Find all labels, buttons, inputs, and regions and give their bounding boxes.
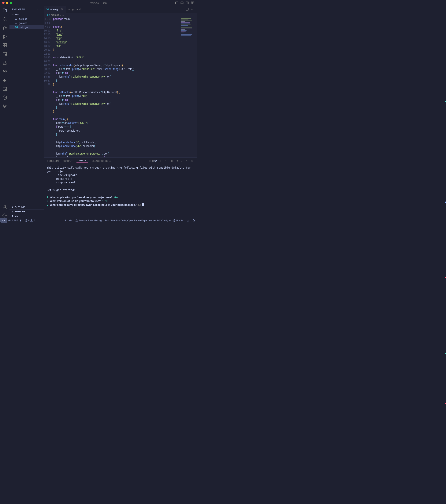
panel-toggle-icon[interactable] xyxy=(180,1,184,4)
remote-explorer-icon[interactable] xyxy=(2,52,7,56)
svg-point-33 xyxy=(4,215,5,216)
accounts-icon[interactable] xyxy=(2,204,7,209)
svg-rect-19 xyxy=(3,46,4,47)
svg-point-12 xyxy=(3,26,4,27)
search-icon[interactable] xyxy=(2,17,7,22)
remote-button[interactable] xyxy=(0,218,7,223)
svg-point-14 xyxy=(5,27,6,28)
minimap[interactable] xyxy=(181,18,196,48)
file-go.sum[interactable]: go.sum xyxy=(9,21,44,25)
svg-rect-9 xyxy=(193,3,194,4)
settings-icon[interactable] xyxy=(2,213,7,218)
layout-icon[interactable] xyxy=(175,1,178,4)
language-status[interactable]: Go xyxy=(68,219,74,222)
terminal-dropdown-icon[interactable] xyxy=(165,160,168,162)
svg-point-13 xyxy=(3,29,4,30)
panel-tab-output[interactable]: OUTPUT xyxy=(63,160,73,162)
window-minimize-button[interactable] xyxy=(6,2,8,4)
window-close-button[interactable] xyxy=(2,2,4,4)
svg-rect-4 xyxy=(186,2,189,4)
source-control-icon[interactable] xyxy=(2,25,7,30)
run-debug-icon[interactable] xyxy=(2,34,7,39)
explorer-icon[interactable] xyxy=(2,8,7,13)
maximize-panel-icon[interactable] xyxy=(185,160,188,162)
panel-more-icon[interactable]: ··· xyxy=(180,160,183,162)
svg-point-10 xyxy=(3,18,6,20)
terminal-icon[interactable] xyxy=(2,87,7,91)
svg-rect-27 xyxy=(4,79,4,80)
go-section[interactable]: GO xyxy=(9,214,44,218)
breadcrumb-more[interactable]: ... xyxy=(62,14,64,16)
explorer-title: EXPLORER xyxy=(12,8,25,10)
panel-tab-problems[interactable]: PROBLEMS xyxy=(47,160,59,162)
svg-rect-18 xyxy=(5,43,7,45)
eol-status[interactable]: LF xyxy=(62,219,68,222)
breadcrumb-file-icon: GO xyxy=(47,14,50,16)
customize-layout-icon[interactable] xyxy=(191,1,194,4)
svg-marker-30 xyxy=(3,96,7,100)
tab-more-icon[interactable]: ··· xyxy=(191,8,195,11)
kubernetes-icon[interactable] xyxy=(2,95,7,100)
svg-rect-21 xyxy=(3,52,7,55)
gitlab-icon[interactable] xyxy=(2,104,7,109)
breadcrumb-sep: › xyxy=(60,14,61,16)
svg-rect-7 xyxy=(193,2,194,3)
breadcrumb-file[interactable]: main.go xyxy=(51,14,59,16)
code-editor[interactable]: 1 2 3 4 5 6 7 8 9 10 11 12 13 14 15 16 1… xyxy=(44,17,197,157)
svg-rect-25 xyxy=(4,80,4,80)
outline-section[interactable]: OUTLINE xyxy=(9,205,44,209)
panel-tab-debug-console[interactable]: DEBUG CONSOLE xyxy=(92,160,111,162)
testing-icon[interactable] xyxy=(2,60,7,65)
feedback-icon[interactable] xyxy=(185,219,191,222)
svg-point-60 xyxy=(187,220,188,221)
analysis-warning[interactable]: Analysis Tools Missing xyxy=(74,219,103,222)
split-terminal-icon[interactable] xyxy=(170,160,173,162)
prettier-status[interactable]: Prettier xyxy=(171,219,185,222)
svg-point-61 xyxy=(188,220,189,221)
file-go.mod[interactable]: go.mod xyxy=(9,17,44,21)
window-title: main.go — app xyxy=(90,1,107,4)
svg-line-59 xyxy=(174,220,175,221)
close-tab-icon[interactable] xyxy=(61,8,63,11)
svg-rect-20 xyxy=(5,46,7,47)
timeline-section[interactable]: TIMELINE xyxy=(9,209,44,214)
snyk-status[interactable]: Snyk Security - Code, Open Source Depend… xyxy=(103,219,171,222)
svg-point-31 xyxy=(4,97,5,98)
svg-line-11 xyxy=(5,20,6,21)
panel-tab-terminal[interactable]: TERMINAL xyxy=(77,160,88,163)
notifications-icon[interactable] xyxy=(191,219,197,222)
go-version[interactable]: Go 1.20.5 xyxy=(7,219,23,222)
svg-rect-47 xyxy=(150,160,152,162)
extensions-icon[interactable] xyxy=(2,43,7,48)
file-main.go[interactable]: GOmain.go xyxy=(9,25,44,29)
split-editor-icon[interactable] xyxy=(185,8,189,11)
window-zoom-button[interactable] xyxy=(10,2,12,4)
folder-header[interactable]: APP xyxy=(9,13,44,17)
tab-main.go[interactable]: GOmain.go xyxy=(44,6,66,13)
terminal-output[interactable]: This utility will walk you through creat… xyxy=(44,164,197,218)
problems-status[interactable]: 0 0 xyxy=(23,219,37,222)
tab-go.mod[interactable]: go.mod xyxy=(66,6,83,13)
svg-rect-28 xyxy=(3,87,7,90)
close-panel-icon[interactable] xyxy=(190,160,193,162)
terraform-icon[interactable] xyxy=(2,69,7,74)
new-terminal-icon[interactable] xyxy=(159,160,162,162)
svg-rect-8 xyxy=(191,3,193,4)
explorer-more-icon[interactable]: ··· xyxy=(37,8,41,11)
svg-rect-26 xyxy=(5,80,5,80)
svg-point-32 xyxy=(4,205,6,207)
svg-marker-15 xyxy=(4,35,6,38)
svg-rect-24 xyxy=(3,80,4,80)
docker-icon[interactable] xyxy=(2,78,7,83)
terminal-shell-label[interactable]: zsh xyxy=(150,160,157,162)
svg-rect-6 xyxy=(191,2,193,3)
svg-rect-0 xyxy=(175,2,178,4)
split-right-icon[interactable] xyxy=(186,1,189,4)
kill-terminal-icon[interactable] xyxy=(175,160,178,162)
svg-rect-17 xyxy=(3,43,4,45)
